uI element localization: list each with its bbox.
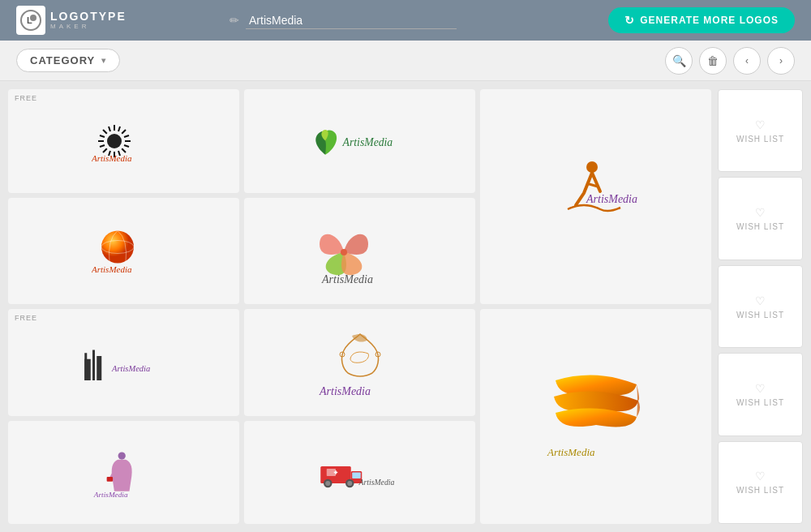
sidebar: ♡ WISH LIST ♡ WISH LIST ♡ WISH LIST ♡ WI… xyxy=(718,89,803,524)
refresh-icon: ↻ xyxy=(624,14,635,27)
svg-point-28 xyxy=(341,249,347,255)
svg-line-19 xyxy=(109,127,110,131)
wish-list-label-5: WISH LIST xyxy=(736,486,784,495)
search-area: ✏ xyxy=(230,12,505,29)
logo-card-4[interactable]: ArtisMedia xyxy=(8,198,239,305)
svg-point-25 xyxy=(101,230,134,263)
svg-point-39 xyxy=(118,452,125,459)
svg-line-5 xyxy=(122,130,126,134)
svg-text:ArtisMedia: ArtisMedia xyxy=(111,364,150,373)
svg-line-11 xyxy=(103,130,107,134)
svg-line-17 xyxy=(100,145,105,147)
logo-card-10[interactable]: ArtisMedia xyxy=(8,421,239,525)
logo-card-11[interactable]: ArtisMedia xyxy=(244,421,475,525)
wish-list-label-1: WISH LIST xyxy=(736,135,784,144)
logo-subtitle: MAKER xyxy=(50,23,127,30)
logo-card-3[interactable]: ArtisMedia xyxy=(480,89,711,304)
logo-image-4: ArtisMedia xyxy=(92,225,157,277)
svg-point-49 xyxy=(347,481,352,486)
logo-card-9[interactable]: ArtisMedia xyxy=(480,309,711,524)
svg-text:ArtisMedia: ArtisMedia xyxy=(586,193,637,205)
generate-btn-label: GENERATE MORE LOGOS xyxy=(640,15,779,26)
logo-image-10: ArtisMedia xyxy=(92,446,157,499)
logo-image-11: ArtisMedia xyxy=(311,446,409,499)
svg-line-9 xyxy=(103,148,107,152)
trash-icon: 🗑 xyxy=(707,54,719,67)
wish-list-button-1[interactable]: ♡ WISH LIST xyxy=(718,89,803,172)
generate-more-button[interactable]: ↻ GENERATE MORE LOGOS xyxy=(608,7,795,33)
svg-point-47 xyxy=(325,481,330,486)
svg-line-14 xyxy=(124,145,129,147)
wish-list-label-4: WISH LIST xyxy=(736,398,784,407)
logo-area: L LOGOTYPE MAKER xyxy=(16,6,127,35)
svg-text:ArtisMedia: ArtisMedia xyxy=(358,477,394,486)
svg-text:ArtisMedia: ArtisMedia xyxy=(547,446,595,458)
logo-image-7: ArtisMedia xyxy=(75,336,173,388)
chevron-down-icon: ▾ xyxy=(101,56,106,65)
svg-rect-32 xyxy=(92,350,95,381)
delete-button[interactable]: 🗑 xyxy=(699,47,727,75)
svg-rect-33 xyxy=(97,356,101,380)
svg-point-3 xyxy=(107,134,122,148)
free-badge-1: FREE xyxy=(15,94,37,102)
prev-button[interactable]: ‹ xyxy=(733,47,761,75)
free-badge-7: FREE xyxy=(15,314,37,322)
logo-text-block: LOGOTYPE MAKER xyxy=(50,11,127,30)
wish-list-label-2: WISH LIST xyxy=(736,222,784,231)
svg-rect-40 xyxy=(106,477,112,482)
logo-card-7[interactable]: FREE ArtisMedia xyxy=(8,309,239,416)
logo-name-input[interactable] xyxy=(246,12,457,29)
heart-icon-3: ♡ xyxy=(755,294,766,307)
svg-text:ArtisMedia: ArtisMedia xyxy=(92,153,132,163)
logo-image-9: ArtisMedia xyxy=(531,360,661,474)
svg-line-12 xyxy=(118,127,120,131)
svg-rect-31 xyxy=(84,354,87,381)
svg-point-2 xyxy=(30,15,36,21)
wish-list-button-2[interactable]: ♡ WISH LIST xyxy=(718,177,803,260)
wish-list-button-5[interactable]: ♡ WISH LIST xyxy=(718,441,803,524)
logo-image-8: ArtisMedia xyxy=(303,322,417,403)
search-icon-header: ✏ xyxy=(230,14,239,27)
next-icon: › xyxy=(779,55,783,66)
logo-image-3: ArtisMedia xyxy=(531,144,661,250)
heart-icon-2: ♡ xyxy=(755,206,766,219)
logo-card-1[interactable]: FREE xyxy=(8,89,239,193)
toolbar: CATEGORY ▾ 🔍 🗑 ‹ › xyxy=(0,41,811,81)
toolbar-right: 🔍 🗑 ‹ › xyxy=(665,47,795,75)
logo-image-1: ArtisMedia xyxy=(92,114,157,167)
search-button[interactable]: 🔍 xyxy=(665,47,693,75)
next-button[interactable]: › xyxy=(767,47,795,75)
svg-line-7 xyxy=(122,148,126,152)
wish-list-label-3: WISH LIST xyxy=(736,311,784,320)
logo-card-5[interactable]: ArtisMedia xyxy=(244,198,475,305)
svg-point-22 xyxy=(586,161,598,173)
heart-icon-4: ♡ xyxy=(755,382,766,395)
category-label: CATEGORY xyxy=(30,54,95,66)
logo-title: LOGOTYPE xyxy=(50,11,127,23)
header: L LOGOTYPE MAKER ✏ ↻ GENERATE MORE LOGOS xyxy=(0,0,811,41)
svg-text:ArtisMedia: ArtisMedia xyxy=(319,385,371,397)
logo-icon: L xyxy=(16,6,45,35)
prev-icon: ‹ xyxy=(745,55,749,66)
main-content: FREE xyxy=(0,81,811,532)
svg-text:ArtisMedia: ArtisMedia xyxy=(321,273,373,285)
svg-text:ArtisMedia: ArtisMedia xyxy=(341,137,393,149)
logo-card-2[interactable]: ArtisMedia xyxy=(244,89,475,193)
wish-list-button-4[interactable]: ♡ WISH LIST xyxy=(718,353,803,435)
logo-image-2: ArtisMedia xyxy=(311,114,409,167)
svg-text:ArtisMedia: ArtisMedia xyxy=(92,491,127,499)
logo-card-8[interactable]: ArtisMedia xyxy=(244,309,475,416)
svg-line-13 xyxy=(124,135,129,137)
wish-list-button-3[interactable]: ♡ WISH LIST xyxy=(718,265,803,348)
category-dropdown[interactable]: CATEGORY ▾ xyxy=(16,49,120,72)
heart-icon-5: ♡ xyxy=(755,470,766,483)
logo-image-5: ArtisMedia xyxy=(307,210,413,291)
search-icon: 🔍 xyxy=(672,54,686,67)
svg-line-18 xyxy=(100,135,105,137)
logo-grid: FREE xyxy=(8,89,711,524)
heart-icon-1: ♡ xyxy=(755,118,766,131)
svg-text:ArtisMedia: ArtisMedia xyxy=(92,264,132,273)
